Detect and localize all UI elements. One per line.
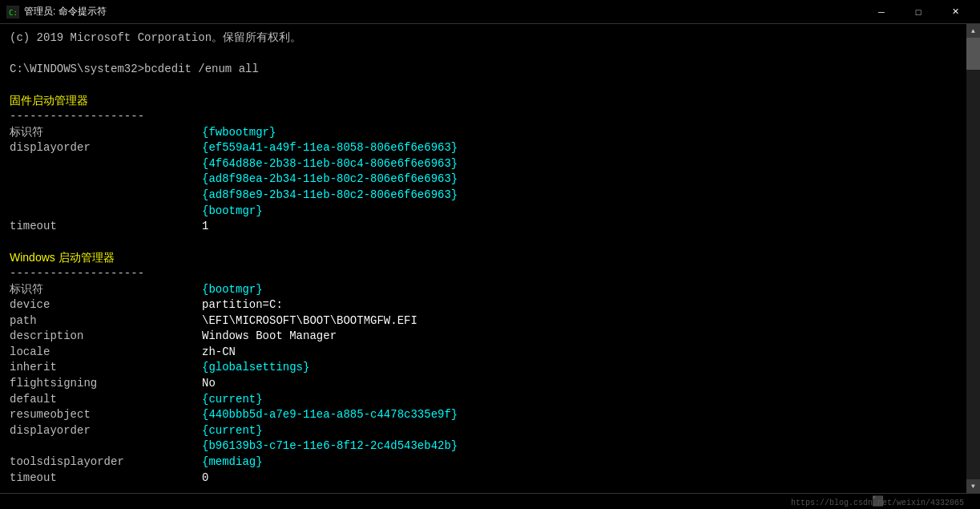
kv-key: 标识符	[10, 125, 202, 141]
kv-value: {ef559a41-a49f-11ea-8058-806e6f6e6963}	[202, 140, 458, 156]
window-title: 管理员: 命令提示符	[24, 5, 863, 18]
kv-value: {fwbootmgr}	[202, 125, 276, 141]
close-button[interactable]: ✕	[937, 0, 974, 24]
kv-value: {4f64d88e-2b38-11eb-80c4-806e6f6e6963}	[202, 156, 458, 172]
bottom-bar: ⬛ https://blog.csdn.net/weixin/4332065	[0, 493, 980, 509]
scroll-down-button[interactable]: ▼	[966, 479, 980, 493]
terminal-line: C:\WINDOWS\system32>bcdedit /enum all	[10, 62, 957, 78]
kv-key: resumeobject	[10, 407, 202, 423]
kv-line: displayorder{current}	[10, 423, 957, 439]
kv-key: toolsdisplayorder	[10, 454, 202, 471]
kv-value: {current}	[202, 423, 263, 439]
kv-line: {4f64d88e-2b38-11eb-80c4-806e6f6e6963}	[10, 156, 957, 172]
kv-key: path	[10, 313, 202, 329]
kv-key: device	[10, 297, 202, 313]
kv-line: 标识符{bootmgr}	[10, 282, 957, 298]
kv-line: default{current}	[10, 392, 957, 408]
terminal-line: (c) 2019 Microsoft Corporation。保留所有权利。	[10, 30, 957, 46]
kv-line: displayorder{ef559a41-a49f-11ea-8058-806…	[10, 140, 957, 156]
kv-line: {b96139b3-c71e-11e6-8f12-2c4d543eb42b}	[10, 438, 957, 454]
kv-line: timeout1	[10, 219, 957, 235]
kv-line: toolsdisplayorder{memdiag}	[10, 454, 957, 471]
kv-value: {globalsettings}	[202, 360, 309, 376]
divider-line: --------------------	[10, 266, 957, 282]
kv-key	[10, 188, 202, 204]
maximize-button[interactable]: □	[900, 0, 937, 24]
kv-line: localezh-CN	[10, 345, 957, 361]
kv-line: {ad8f98e9-2b34-11eb-80c2-806e6f6e6963}	[10, 188, 957, 204]
cmd-icon: C:	[6, 6, 19, 18]
kv-line: descriptionWindows Boot Manager	[10, 329, 957, 345]
kv-value: partition=C:	[202, 297, 283, 313]
kv-key	[10, 172, 202, 188]
kv-key: timeout	[10, 471, 202, 487]
kv-line: timeout0	[10, 471, 957, 487]
kv-value: {ad8f98ea-2b34-11eb-80c2-806e6f6e6963}	[202, 172, 458, 188]
kv-key: 标识符	[10, 282, 202, 298]
kv-value: {ad8f98e9-2b34-11eb-80c2-806e6f6e6963}	[202, 188, 458, 204]
kv-key: locale	[10, 345, 202, 361]
kv-value: {bootmgr}	[202, 282, 263, 298]
kv-line: inherit{globalsettings}	[10, 360, 957, 376]
svg-text:C:: C:	[9, 9, 18, 17]
scroll-up-button[interactable]: ▲	[966, 24, 980, 38]
kv-line: {bootmgr}	[10, 204, 957, 220]
title-bar: C: 管理员: 命令提示符 ─ □ ✕	[0, 0, 980, 24]
kv-value: {memdiag}	[202, 454, 263, 471]
kv-key	[10, 438, 202, 454]
kv-value: {440bbb5d-a7e9-11ea-a885-c4478c335e9f}	[202, 407, 458, 423]
kv-key	[10, 156, 202, 172]
kv-key: flightsigning	[10, 376, 202, 392]
scroll-track	[966, 38, 980, 479]
kv-line: path\EFI\MICROSOFT\BOOT\BOOTMGFW.EFI	[10, 313, 957, 329]
kv-key: displayorder	[10, 140, 202, 156]
kv-value: {bootmgr}	[202, 204, 263, 220]
kv-value: 1	[202, 219, 208, 235]
kv-line: resumeobject{440bbb5d-a7e9-11ea-a885-c44…	[10, 407, 957, 423]
kv-value: {b96139b3-c71e-11e6-8f12-2c4d543eb42b}	[202, 438, 458, 454]
kv-value: 0	[202, 471, 208, 487]
scrollbar[interactable]: ▲ ▼	[966, 24, 980, 493]
kv-value: \EFI\MICROSOFT\BOOT\BOOTMGFW.EFI	[202, 313, 417, 329]
kv-line: 标识符{fwbootmgr}	[10, 125, 957, 141]
section-heading: Windows 启动管理器	[10, 250, 957, 266]
section-heading: 固件启动管理器	[10, 93, 957, 109]
scroll-thumb[interactable]	[966, 38, 980, 70]
divider-line: --------------------	[10, 109, 957, 125]
kv-value: Windows Boot Manager	[202, 329, 337, 345]
minimize-button[interactable]: ─	[863, 0, 900, 24]
kv-key	[10, 204, 202, 220]
cmd-window: C: 管理员: 命令提示符 ─ □ ✕ (c) 2019 Microsoft C…	[0, 0, 980, 509]
kv-key: description	[10, 329, 202, 345]
kv-line: devicepartition=C:	[10, 297, 957, 313]
kv-value: {current}	[202, 392, 263, 408]
kv-key: inherit	[10, 360, 202, 376]
kv-key: default	[10, 392, 202, 408]
kv-value: zh-CN	[202, 345, 236, 361]
content-area: (c) 2019 Microsoft Corporation。保留所有权利。C:…	[0, 24, 980, 493]
window-controls: ─ □ ✕	[863, 0, 974, 24]
kv-line: flightsigningNo	[10, 376, 957, 392]
watermark: https://blog.csdn.net/weixin/4332065	[791, 499, 964, 507]
kv-value: No	[202, 376, 216, 392]
terminal-output: (c) 2019 Microsoft Corporation。保留所有权利。C:…	[0, 24, 966, 493]
kv-line: {ad8f98ea-2b34-11eb-80c2-806e6f6e6963}	[10, 172, 957, 188]
kv-key: timeout	[10, 219, 202, 235]
kv-key: displayorder	[10, 423, 202, 439]
